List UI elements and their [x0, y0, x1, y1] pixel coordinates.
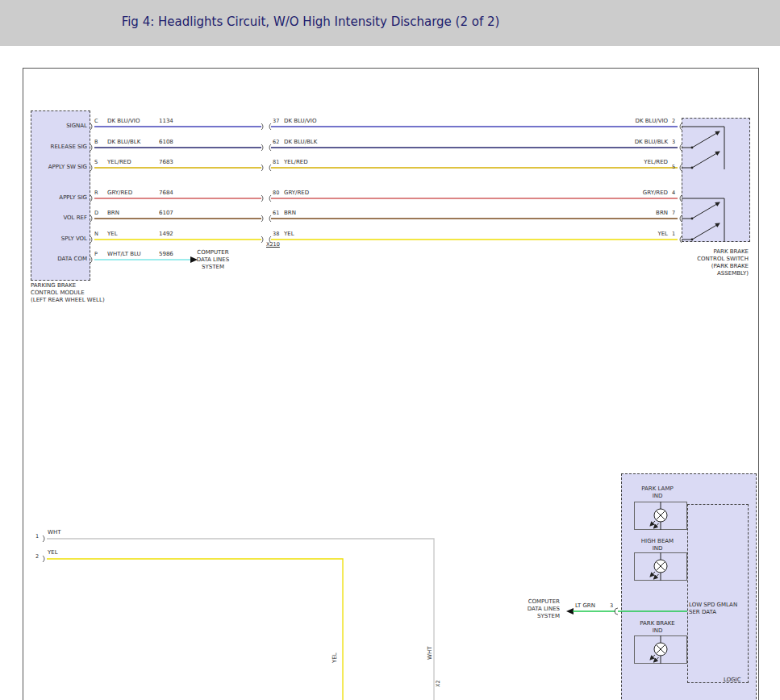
bottom-wire-color-label: YEL	[48, 549, 58, 556]
switch-caption: PARK BRAKE CONTROL SWITCH (PARK BRAKE AS…	[668, 248, 749, 277]
destination-line: DATA LINES	[187, 256, 239, 264]
serial-data-line: SER DATA	[689, 609, 737, 616]
module-pin-label: APPLY SIG	[32, 194, 87, 201]
logic-label: LOGIC	[724, 677, 741, 683]
wire-mid-color-label: YEL/RED	[284, 159, 308, 165]
destination-line: COMPUTER	[187, 249, 239, 256]
wire-right-color-label: DK BLU/BLK	[587, 139, 668, 145]
park-brake-control-switch-box	[682, 118, 750, 242]
wire-color-label: DK BLU/BLK	[107, 139, 140, 145]
wire-color-label: YEL	[107, 231, 118, 237]
module-pin-label: APPLY SW SIG	[32, 164, 87, 170]
wire-color-label: GRY/RED	[107, 190, 132, 196]
high-beam-indicator-box	[634, 552, 687, 581]
module-pin-label: DATA COM	[32, 256, 87, 262]
data-lines-destination: COMPUTER DATA LINES SYSTEM	[187, 249, 239, 271]
destination-line: COMPUTER	[510, 598, 560, 606]
destination-line: SYSTEM	[187, 264, 239, 271]
wire-circuit-number: 6107	[159, 210, 173, 216]
wire-right-pin: 1	[672, 231, 675, 237]
green-wire-pin: 3	[610, 602, 613, 609]
vertical-wire-label-yel: YEL	[332, 652, 338, 663]
wire-pin-letter: R	[94, 190, 98, 196]
module-caption: PARKING BRAKE CONTROL MODULE (LEFT REAR …	[31, 282, 105, 304]
wire-right-color-label: DK BLU/VIO	[587, 118, 668, 124]
indicator-label-line: PARK BRAKE	[628, 620, 686, 627]
high-beam-ind-label: HIGH BEAM IND	[628, 538, 686, 552]
green-wire-color-label: LT GRN	[575, 602, 595, 609]
park-lamp-indicator-box	[634, 502, 687, 530]
bottom-connector-label: X2	[435, 680, 441, 687]
module-caption-line: (LEFT REAR WHEEL WELL)	[31, 297, 105, 304]
wire-circuit-number: 1134	[159, 118, 173, 124]
wire-right-pin: 3	[672, 139, 675, 145]
wire-circuit-number: 1492	[159, 231, 173, 237]
park-brake-indicator-box	[634, 635, 687, 664]
wire-color-label: WHT/LT BLU	[107, 251, 141, 257]
figure-title: Fig 4: Headlights Circuit, W/O High Inte…	[122, 15, 500, 29]
wire-pin-letter: D	[94, 210, 98, 216]
wire-pin-letter: P	[94, 251, 98, 257]
switch-caption-line: ASSEMBLY)	[668, 270, 749, 277]
wire-right-pin: 2	[672, 118, 675, 124]
switch-caption-line: (PARK BRAKE	[668, 263, 749, 270]
wire-pin-letter: C	[94, 118, 98, 124]
wire-circuit-number: 7684	[159, 190, 173, 196]
wire-right-pin: 5	[672, 164, 675, 170]
wire-mid-pin: 61	[273, 210, 279, 216]
module-pin-label: SIGNAL	[32, 123, 87, 129]
indicator-label-line: HIGH BEAM	[628, 538, 686, 545]
wire-color-label: BRN	[107, 210, 119, 216]
bottom-wire-pin: 1	[35, 533, 39, 540]
module-pin-label: SPLY VOL	[32, 235, 87, 242]
indicator-label-line: IND	[628, 545, 686, 552]
wire-color-label: DK BLU/VIO	[107, 118, 140, 124]
vertical-wire-label-wht: WHT	[427, 647, 433, 660]
wiring-diagram-page: Fig 4: Headlights Circuit, W/O High Inte…	[0, 0, 780, 700]
connector-x210-link[interactable]: X210	[266, 241, 280, 248]
indicator-label-line: PARK LAMP	[628, 485, 686, 493]
wire-mid-pin: 62	[273, 139, 279, 145]
wire-mid-color-label: GRY/RED	[284, 190, 309, 196]
module-pin-label: VOL REF	[32, 215, 87, 221]
wire-circuit-number: 6108	[159, 139, 173, 145]
module-pin-label: RELEASE SIG	[32, 144, 87, 150]
wire-mid-color-label: DK BLU/BLK	[284, 139, 317, 145]
destination-line: SYSTEM	[510, 613, 560, 620]
module-caption-line: PARKING BRAKE	[31, 282, 105, 290]
serial-data-line: LOW SPD GMLAN	[689, 602, 737, 609]
serial-data-label: LOW SPD GMLAN SER DATA	[689, 602, 737, 616]
park-lamp-ind-label: PARK LAMP IND	[628, 485, 686, 500]
wire-pin-letter: S	[94, 159, 98, 165]
wire-mid-pin: 38	[273, 231, 279, 237]
switch-caption-line: PARK BRAKE	[668, 248, 749, 256]
wire-pin-letter: N	[94, 231, 98, 237]
wire-mid-color-label: DK BLU/VIO	[284, 118, 316, 124]
wire-right-pin: 4	[672, 190, 675, 196]
indicator-label-line: IND	[628, 627, 686, 635]
wire-mid-pin: 37	[273, 118, 279, 124]
wire-circuit-number: 7683	[159, 159, 173, 165]
wire-mid-pin: 80	[273, 190, 279, 196]
indicator-label-line: IND	[628, 493, 686, 500]
wire-right-color-label: YEL/RED	[587, 159, 668, 165]
logic-box	[687, 504, 749, 683]
wire-right-pin: 7	[672, 210, 675, 216]
wire-color-label: YEL/RED	[107, 159, 131, 165]
destination-line: DATA LINES	[510, 606, 560, 613]
wire-mid-color-label: YEL	[284, 231, 294, 237]
switch-caption-line: CONTROL SWITCH	[668, 256, 749, 263]
wire-pin-letter: B	[94, 139, 98, 145]
bottom-wire-pin: 2	[35, 553, 39, 560]
wire-right-color-label: GRY/RED	[587, 190, 668, 196]
cluster-data-lines-destination: COMPUTER DATA LINES SYSTEM	[510, 598, 560, 620]
wire-circuit-number: 5986	[159, 251, 173, 257]
wire-mid-pin: 81	[273, 159, 279, 165]
figure-header-bar: Fig 4: Headlights Circuit, W/O High Inte…	[0, 0, 780, 46]
park-brake-ind-label: PARK BRAKE IND	[628, 620, 686, 635]
wire-mid-color-label: BRN	[284, 210, 296, 216]
module-caption-line: CONTROL MODULE	[31, 290, 105, 297]
wire-right-color-label: BRN	[587, 210, 668, 216]
bottom-wire-color-label: WHT	[48, 529, 60, 535]
wire-right-color-label: YEL	[587, 231, 668, 237]
